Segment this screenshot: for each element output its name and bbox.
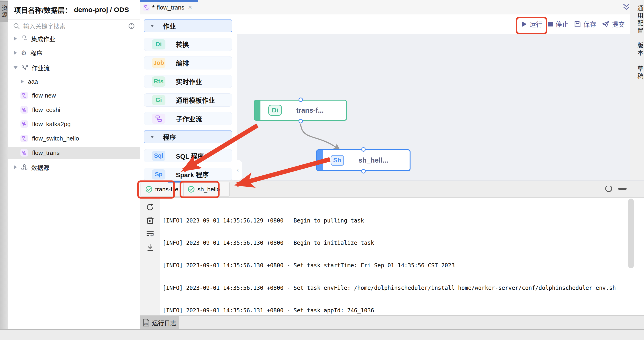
log-scrollbar[interactable] <box>628 198 634 268</box>
rail-tab-general-config[interactable]: 通用配置 <box>630 4 644 36</box>
log-line: [INFO] 2023-09-01 14:35:56.130 +0800 - B… <box>163 239 636 247</box>
palette-item-orchestration[interactable]: Job 编排 <box>144 56 232 70</box>
sidebar-item-programs[interactable]: ⚙ 程序 <box>8 47 140 59</box>
submit-button[interactable]: 提交 <box>602 14 625 34</box>
sidebar-item-label: 集成作业 <box>31 34 55 43</box>
tab-label: flow_trans <box>157 4 184 11</box>
run-log-tab-label: 运行日志 <box>152 318 176 327</box>
flow-icon <box>20 92 28 99</box>
active-tab-indicator <box>140 0 198 2</box>
node-palette: 作业 Di 转换 Job 编排 Rts 实时作业 Gi 通用模板作业 子作业流 … <box>140 14 237 181</box>
node-sh-hello[interactable]: Sh sh_hell... <box>316 149 410 171</box>
palette-section-programs[interactable]: 程序 <box>144 130 232 143</box>
node-color-bar <box>317 150 323 170</box>
success-check-icon <box>146 186 152 193</box>
di-chip-icon: Di <box>268 105 282 116</box>
sidebar-item-label: flow_kafka2pg <box>32 120 71 128</box>
palette-item-subworkflow[interactable]: 子作业流 <box>144 112 232 125</box>
edge-trans-to-sh[interactable] <box>301 124 340 150</box>
palette-item-spark-program[interactable]: Sp Spark 程序 <box>144 168 232 181</box>
left-rail: 资源 <box>0 0 8 328</box>
node-label: trans-f... <box>296 106 324 114</box>
task-tab-sh-hello[interactable]: sh_hello... <box>183 182 230 197</box>
run-log-tab[interactable]: LOG 运行日志 <box>140 316 179 329</box>
sidebar-item-flow-kafka2pg[interactable]: flow_kafka2pg <box>8 118 140 130</box>
port-top[interactable] <box>361 147 366 152</box>
rail-tab-versions[interactable]: 版本 <box>630 41 644 58</box>
integration-icon <box>21 35 28 42</box>
palette-item-sql-program[interactable]: Sql SQL 程序 <box>144 149 232 162</box>
log-panel: [INFO] 2023-09-01 14:35:56.129 +0800 - B… <box>140 198 644 316</box>
port-bottom[interactable] <box>361 169 366 174</box>
word-wrap-icon[interactable] <box>146 229 154 238</box>
node-label: sh_hell... <box>358 156 388 164</box>
save-button-label: 保存 <box>583 20 596 29</box>
run-button[interactable]: 运行 <box>521 14 542 34</box>
log-line: [INFO] 2023-09-01 14:35:56.129 +0800 - B… <box>163 217 636 224</box>
download-log-icon[interactable] <box>146 243 154 252</box>
app-window: 资源 项目名称/数据层： demo-proj / ODS 输入关键字搜索 集成作… <box>0 0 644 340</box>
sidebar-item-label: 数据源 <box>31 163 49 172</box>
send-icon <box>602 21 610 28</box>
sidebar-item-flow-switch-hello[interactable]: flow_switch_hello <box>8 132 140 144</box>
sidebar-item-datasources[interactable]: 数据源 <box>8 161 140 173</box>
caret-collapsed-icon[interactable] <box>14 51 17 55</box>
flow-icon <box>20 120 28 128</box>
sidebar-item-aaa[interactable]: aaa <box>8 76 140 88</box>
save-button[interactable]: 保存 <box>574 14 596 34</box>
project-header-value: demo-proj / ODS <box>74 6 129 14</box>
run-button-label: 运行 <box>530 20 542 29</box>
caret-collapsed-icon[interactable] <box>14 36 17 41</box>
sidebar-item-workflows[interactable]: 作业流 <box>8 62 140 74</box>
log-output[interactable]: [INFO] 2023-09-01 14:35:56.129 +0800 - B… <box>163 202 636 316</box>
project-header: 项目名称/数据层： demo-proj / ODS <box>8 0 140 20</box>
palette-section-label: 作业 <box>163 21 176 31</box>
palette-item-template-job[interactable]: Gi 通用模板作业 <box>144 93 232 106</box>
clear-log-icon[interactable] <box>146 216 154 224</box>
flow-icon <box>20 106 28 114</box>
caret-collapsed-icon[interactable] <box>14 165 17 169</box>
log-file-icon: LOG <box>143 319 150 326</box>
task-tab-trans-file[interactable]: trans-file.. <box>141 182 186 197</box>
locate-icon[interactable] <box>128 22 135 30</box>
palette-item-transform[interactable]: Di 转换 <box>144 38 232 51</box>
sidebar-item-integration-jobs[interactable]: 集成作业 <box>8 32 140 44</box>
sidebar-item-flow-ceshi[interactable]: flow_ceshi <box>8 104 140 116</box>
log-auto-refresh-icon[interactable] <box>605 185 613 193</box>
tab-scroll-indicator <box>168 181 186 182</box>
node-trans-file[interactable]: Di trans-f... <box>254 100 347 121</box>
divider <box>632 84 642 84</box>
palette-item-label: 实时作业 <box>176 77 202 86</box>
task-tab-label: trans-file.. <box>155 186 182 193</box>
sidebar-item-label: flow-new <box>32 92 56 99</box>
tab-close-icon[interactable]: × <box>188 4 192 11</box>
sidebar-item-flow-new[interactable]: flow-new <box>8 90 140 102</box>
stop-icon <box>548 21 553 27</box>
sidebar-item-flow-trans[interactable]: flow_trans <box>8 147 140 159</box>
project-header-label: 项目名称/数据层： <box>14 5 72 15</box>
stop-button[interactable]: 停止 <box>548 14 568 34</box>
refresh-log-icon[interactable] <box>146 203 154 212</box>
node-color-bar <box>255 100 260 120</box>
collapse-tabs-icon[interactable] <box>623 3 630 11</box>
search-icon <box>13 22 20 30</box>
palette-section-jobs[interactable]: 作业 <box>144 20 232 32</box>
resources-rail-tab[interactable]: 资源 <box>0 2 8 22</box>
datasource-icon <box>21 164 28 171</box>
log-toolstrip <box>140 198 160 316</box>
caret-collapsed-icon[interactable] <box>21 80 24 84</box>
port-top[interactable] <box>298 98 303 102</box>
log-line: [INFO] 2023-09-01 14:35:56.130 +0800 - S… <box>163 284 636 292</box>
tab-flow-trans[interactable]: * flow_trans × <box>143 4 192 11</box>
gear-icon: ⚙ <box>21 49 27 57</box>
port-bottom[interactable] <box>298 119 303 123</box>
rail-tab-drafts[interactable]: 草稿 <box>630 64 644 81</box>
success-check-icon <box>188 186 195 193</box>
caret-expanded-icon[interactable] <box>14 66 18 69</box>
tab-modified-marker: * <box>152 4 154 11</box>
search-input[interactable]: 输入关键字搜索 <box>23 22 128 30</box>
minimize-panel-icon[interactable] <box>618 188 626 190</box>
footer-row: LOG 运行日志 <box>140 316 644 328</box>
palette-item-realtime-job[interactable]: Rts 实时作业 <box>144 75 232 88</box>
task-tab-label: sh_hello... <box>198 186 225 193</box>
